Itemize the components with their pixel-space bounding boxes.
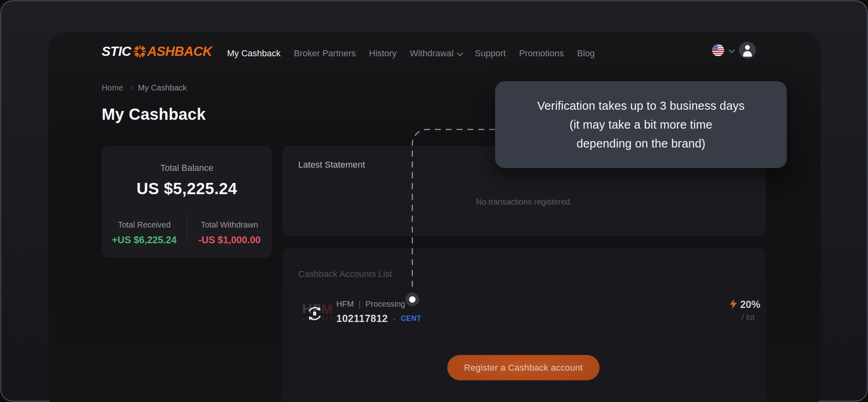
nav-item-withdrawal[interactable]: Withdrawal bbox=[410, 48, 462, 59]
nav-item-promotions[interactable]: Promotions bbox=[519, 48, 564, 59]
broker-status-line: HFM | Processing bbox=[336, 299, 421, 309]
logo-text-stic: STIC bbox=[102, 43, 131, 60]
tooltip-line: (it may take a bit more time bbox=[495, 115, 787, 134]
chevron-down-icon bbox=[457, 50, 463, 56]
account-type-badge: CENT bbox=[401, 314, 421, 323]
nav-label: Blog bbox=[577, 48, 595, 59]
nav-label: Broker Partners bbox=[294, 48, 356, 59]
cashback-accounts-title: Cashback Accounts List bbox=[298, 269, 392, 279]
total-withdrawn-label: Total Withdrawn bbox=[187, 220, 272, 230]
nav-label: Support bbox=[475, 48, 506, 59]
chevron-down-icon[interactable] bbox=[729, 47, 735, 53]
separator-dot: · bbox=[393, 313, 396, 324]
breadcrumb: Home My Cashback bbox=[102, 83, 187, 92]
total-withdrawn-value: -US $1,000.00 bbox=[187, 234, 272, 246]
latest-statement-title: Latest Statement bbox=[298, 160, 365, 170]
no-transactions-text: No transactions registered. bbox=[282, 197, 766, 207]
breadcrumb-current: My Cashback bbox=[138, 83, 186, 92]
language-flag-icon[interactable] bbox=[712, 44, 724, 56]
total-received: Total Received +US $6,225.24 bbox=[102, 220, 187, 246]
nav-item-support[interactable]: Support bbox=[475, 48, 506, 59]
cashback-rate: 20% / lot bbox=[716, 299, 760, 322]
account-number: 102117812 bbox=[336, 313, 388, 324]
rate-unit: / lot bbox=[716, 313, 760, 322]
total-received-label: Total Received bbox=[102, 220, 187, 230]
verification-tooltip: Verification takes up to 3 business days… bbox=[495, 81, 787, 168]
total-withdrawn: Total Withdrawn -US $1,000.00 bbox=[187, 220, 272, 246]
nav-label: Withdrawal bbox=[410, 48, 454, 59]
logo-burst-icon bbox=[133, 45, 146, 58]
cashback-accounts-card: Cashback Accounts List HFM HF MARKETS bbox=[282, 248, 766, 402]
lightning-icon bbox=[730, 299, 737, 310]
account-info: HFM | Processing 102117812 · CENT bbox=[336, 299, 421, 324]
rate-value: 20% bbox=[740, 299, 760, 310]
total-balance-card: Total Balance US $5,225.24 Total Receive… bbox=[102, 146, 272, 258]
total-balance-label: Total Balance bbox=[160, 163, 213, 173]
logo-text-cashback: ASHBACK bbox=[147, 43, 212, 60]
main-nav: My Cashback Broker Partners History With… bbox=[227, 48, 595, 59]
nav-label: My Cashback bbox=[227, 48, 280, 59]
nav-item-broker-partners[interactable]: Broker Partners bbox=[294, 48, 356, 59]
header-right bbox=[712, 42, 756, 59]
user-avatar[interactable] bbox=[739, 42, 756, 59]
flag-canton bbox=[712, 44, 718, 50]
broker-name: HFM bbox=[336, 299, 354, 309]
nav-label: History bbox=[369, 48, 396, 59]
account-status: Processing bbox=[366, 299, 405, 309]
cashback-account-row[interactable]: HFM HF MARKETS HFM | Proce bbox=[282, 295, 766, 332]
nav-item-my-cashback[interactable]: My Cashback bbox=[227, 48, 280, 59]
balance-breakdown: Total Received +US $6,225.24 Total Withd… bbox=[102, 220, 272, 246]
nav-item-history[interactable]: History bbox=[369, 48, 396, 59]
account-number-line: 102117812 · CENT bbox=[336, 313, 421, 324]
nav-item-blog[interactable]: Blog bbox=[577, 48, 595, 59]
total-received-value: +US $6,225.24 bbox=[102, 234, 187, 246]
separator: | bbox=[358, 299, 360, 309]
tooltip-line: depending on the brand) bbox=[495, 134, 787, 153]
nav-label: Promotions bbox=[519, 48, 564, 59]
tooltip-line: Verification takes up to 3 business days bbox=[495, 96, 787, 115]
page-title: My Cashback bbox=[102, 105, 206, 123]
processing-refresh-icon bbox=[305, 304, 324, 324]
register-cashback-account-button[interactable]: Register a Cashback account bbox=[447, 355, 600, 380]
stic-cashback-page: STIC ASHBACK My Cashback Broker Partners… bbox=[0, 0, 868, 402]
total-balance-value: US $5,225.24 bbox=[137, 180, 237, 198]
breadcrumb-home[interactable]: Home bbox=[102, 83, 123, 92]
logo[interactable]: STIC ASHBACK bbox=[102, 43, 212, 60]
breadcrumb-separator-icon bbox=[128, 85, 133, 90]
